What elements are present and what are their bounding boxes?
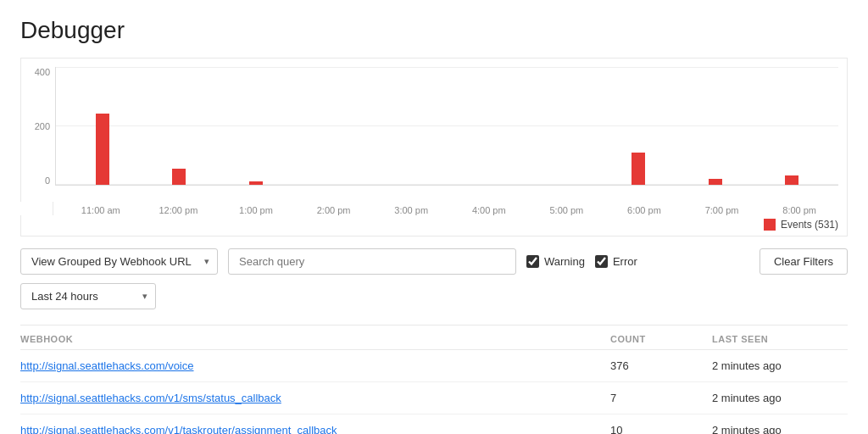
x-label-5: 4:00 pm <box>450 205 528 215</box>
legend-label: Events (531) <box>781 219 838 231</box>
y-label-400: 400 <box>35 67 50 77</box>
chart-col-0 <box>64 67 141 185</box>
count-cell: 7 <box>610 392 712 404</box>
clear-filters-button[interactable]: Clear Filters <box>760 248 848 275</box>
warning-checkbox-group: Warning <box>526 255 585 268</box>
y-label-0: 0 <box>45 175 50 186</box>
time-range-wrapper: Last 24 hours ▾ <box>20 283 156 309</box>
filters-bar: View Grouped By Webhook URL ▾ Warning Er… <box>20 236 848 283</box>
col-count: COUNT <box>610 334 712 344</box>
table-header: WEBHOOK COUNT LAST SEEN <box>20 326 848 350</box>
legend-swatch <box>764 219 776 231</box>
last-seen-cell: 2 minutes ago <box>712 392 848 404</box>
x-label-7: 6:00 pm <box>605 205 683 215</box>
table-section: WEBHOOK COUNT LAST SEEN http://signal.se… <box>20 325 848 434</box>
bar-8 <box>709 179 722 185</box>
page-title: Debugger <box>20 17 848 44</box>
chart-col-7 <box>600 67 676 185</box>
count-cell: 376 <box>610 359 712 372</box>
table-row: http://signal.seattlehacks.com/v1/taskro… <box>20 415 848 434</box>
chart-y-labels: 400 200 0 <box>21 67 53 186</box>
group-by-select[interactable]: View Grouped By Webhook URL <box>20 248 218 275</box>
chart-col-3 <box>294 67 370 185</box>
x-label-1: 12:00 pm <box>140 205 218 215</box>
last-seen-cell: 2 minutes ago <box>712 424 848 434</box>
chart-x-labels: 11:00 am12:00 pm1:00 pm2:00 pm3:00 pm4:0… <box>53 202 848 215</box>
chart-col-4 <box>370 67 447 185</box>
webhook-url[interactable]: http://signal.seattlehacks.com/voice <box>20 359 610 372</box>
chart-container: 400 200 0 <box>20 58 848 202</box>
webhook-url[interactable]: http://signal.seattlehacks.com/v1/taskro… <box>20 424 610 434</box>
table-row: http://signal.seattlehacks.com/v1/sms/st… <box>20 382 848 415</box>
bar-1 <box>172 169 186 185</box>
chart-col-9 <box>754 67 830 185</box>
x-label-8: 7:00 pm <box>683 205 761 215</box>
last-seen-cell: 2 minutes ago <box>712 359 848 372</box>
chart-legend: Events (531) <box>20 215 848 236</box>
count-cell: 10 <box>610 424 712 434</box>
y-label-200: 200 <box>35 121 50 131</box>
bar-7 <box>632 153 645 185</box>
time-range-select[interactable]: Last 24 hours <box>20 283 156 309</box>
table-body: http://signal.seattlehacks.com/voice3762… <box>20 350 848 434</box>
warning-checkbox[interactable] <box>526 255 539 268</box>
x-label-9: 8:00 pm <box>760 205 838 215</box>
chart-col-6 <box>524 67 600 185</box>
group-by-wrapper: View Grouped By Webhook URL ▾ <box>20 248 218 275</box>
x-label-0: 11:00 am <box>62 205 140 215</box>
filters-bar-2: Last 24 hours ▾ <box>20 283 848 321</box>
chart-bars <box>56 67 838 185</box>
bar-9 <box>785 175 798 185</box>
bar-0 <box>96 114 109 185</box>
chart-col-1 <box>141 67 217 185</box>
warning-label: Warning <box>544 255 585 268</box>
col-last-seen: LAST SEEN <box>712 334 848 344</box>
webhook-url[interactable]: http://signal.seattlehacks.com/v1/sms/st… <box>20 392 610 404</box>
x-label-6: 5:00 pm <box>528 205 606 215</box>
x-label-3: 2:00 pm <box>295 205 373 215</box>
error-checkbox-group: Error <box>595 255 637 268</box>
bar-2 <box>249 181 263 185</box>
chart-col-2 <box>218 67 294 185</box>
error-label: Error <box>613 255 637 268</box>
x-label-4: 3:00 pm <box>372 205 450 215</box>
chart-area <box>55 67 838 186</box>
error-checkbox[interactable] <box>595 255 608 268</box>
chart-col-8 <box>676 67 753 185</box>
x-label-2: 1:00 pm <box>217 205 295 215</box>
search-input[interactable] <box>228 248 516 275</box>
chart-col-5 <box>447 67 523 185</box>
col-webhook: WEBHOOK <box>20 334 610 344</box>
table-row: http://signal.seattlehacks.com/voice3762… <box>20 350 848 382</box>
